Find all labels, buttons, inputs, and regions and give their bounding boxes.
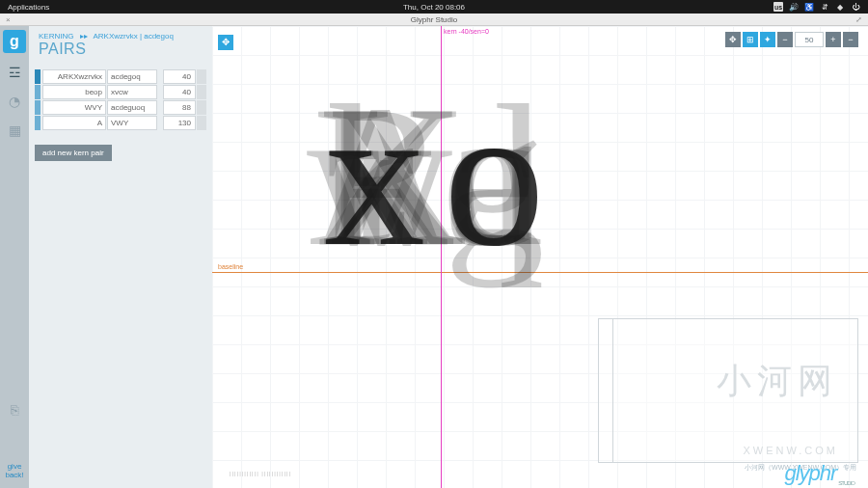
window-maximize-button[interactable]: ⤢ [855, 15, 862, 24]
drag-handle-icon[interactable] [35, 116, 41, 130]
breadcrumb[interactable]: KERNING ▸▸ ARKXwzrvkx | acdegoq [39, 32, 203, 41]
accessibility-icon[interactable]: ♿ [804, 2, 814, 12]
breadcrumb-pair: ARKXwzrvkx | acdegoq [93, 32, 173, 41]
kern-value[interactable]: 40 [163, 69, 196, 84]
kern-left-glyphs[interactable]: ARKXwzrvkx [42, 69, 106, 84]
kern-value[interactable]: 88 [163, 100, 196, 115]
kern-pairs-table: ARKXwzrvkx acdegoq 40 beop xvcw 40 WVY a… [35, 69, 206, 131]
nav-clock-icon[interactable]: ◔ [5, 92, 24, 111]
zoom-level[interactable]: 50 [795, 32, 824, 47]
watermark-box: 小河网 XWENW.COM [598, 318, 858, 463]
network-icon[interactable]: ⇵ [820, 2, 829, 12]
power-icon[interactable]: ⏻ [851, 2, 860, 12]
clock[interactable]: Thu, Oct 20 08:06 [403, 3, 465, 12]
edit-canvas[interactable]: baseline kern -40/sen=0 ✥ ✥ ⊞ ✦ − 50 + −… [212, 26, 868, 488]
page-title: PAIRS [39, 41, 203, 58]
delete-row-button[interactable] [197, 116, 206, 130]
kern-right-glyphs[interactable]: VWY [107, 116, 157, 130]
kern-right-glyphs[interactable]: xvcw [107, 85, 157, 99]
move-tool-icon[interactable]: ✥ [218, 35, 233, 50]
add-kern-pair-button[interactable]: add new kern pair [35, 145, 112, 161]
sidebar: KERNING ▸▸ ARKXwzrvkx | acdegoq PAIRS AR… [29, 26, 212, 488]
canvas-tools-left: ✥ [218, 32, 233, 50]
watermark-logo: 小河网 [717, 358, 838, 405]
app-body: g ☲ ◔ ▦ ⎘ give back! KERNING ▸▸ ARKXwzrv… [0, 26, 868, 488]
give-back-link[interactable]: give back! [5, 463, 23, 480]
kern-row[interactable]: WVY acdeguoq 88 [35, 100, 206, 115]
kern-value[interactable]: 130 [163, 116, 196, 130]
glyph-preview: A R K X w v z r k x a c d e g o q [318, 74, 646, 364]
app-logo-icon[interactable]: g [3, 30, 26, 53]
volume-icon[interactable]: 🔊 [789, 2, 799, 12]
watermark-url: XWENW.COM [744, 445, 839, 456]
chevron-right-icon: ▸▸ [80, 32, 88, 41]
notification-icon[interactable]: ◆ [835, 2, 845, 12]
kern-row[interactable]: ARKXwzrvkx acdegoq 40 [35, 69, 206, 84]
window-title: Glyphr Studio [411, 15, 457, 24]
keyboard-layout-indicator[interactable]: us [773, 2, 783, 12]
kern-left-glyphs[interactable]: A [42, 116, 106, 130]
zoom-reset-button[interactable]: − [843, 32, 858, 47]
window-title-bar: × Glyphr Studio ⤢ [0, 14, 868, 26]
canvas-tools-right: ✥ ⊞ ✦ − 50 + − [725, 32, 858, 47]
drag-handle-icon[interactable] [35, 85, 41, 99]
kern-row[interactable]: beop xvcw 40 [35, 85, 206, 99]
kern-right-glyphs[interactable]: acdeguoq [107, 100, 157, 115]
ruler-marks: |||||||||||| |||||||||||| [230, 471, 291, 476]
drag-handle-icon[interactable] [35, 100, 41, 115]
nav-export-icon[interactable]: ⎘ [5, 400, 24, 420]
kern-right-glyphs[interactable]: acdegoq [107, 69, 157, 84]
tool-center-icon[interactable]: ✦ [760, 32, 775, 47]
nav-grid-icon[interactable]: ▦ [5, 121, 24, 140]
delete-row-button[interactable] [197, 69, 206, 84]
tool-pan-icon[interactable]: ✥ [725, 32, 741, 47]
baseline-label: baseline [218, 263, 243, 270]
tool-fit-icon[interactable]: ⊞ [743, 32, 758, 47]
zoom-in-button[interactable]: + [826, 32, 841, 47]
kern-value[interactable]: 40 [163, 85, 196, 99]
kern-left-glyphs[interactable]: beop [42, 85, 106, 99]
kern-row[interactable]: A VWY 130 [35, 116, 206, 130]
brand-logo: glyphrSTUDIO [784, 461, 854, 486]
activities-label[interactable]: Applications [8, 3, 49, 12]
window-close-button[interactable]: × [6, 15, 11, 24]
kern-left-glyphs[interactable]: WVY [42, 100, 106, 115]
icon-rail: g ☲ ◔ ▦ ⎘ give back! [0, 26, 29, 488]
delete-row-button[interactable] [197, 100, 206, 115]
delete-row-button[interactable] [197, 85, 206, 99]
nav-checklist-icon[interactable]: ☲ [5, 63, 24, 82]
kern-guide-label: kern -40/sen=0 [444, 28, 489, 35]
breadcrumb-section[interactable]: KERNING [39, 32, 73, 41]
drag-handle-icon[interactable] [35, 69, 41, 84]
gnome-top-bar: Applications Thu, Oct 20 08:06 us 🔊 ♿ ⇵ … [0, 0, 868, 14]
zoom-out-button[interactable]: − [777, 32, 793, 47]
